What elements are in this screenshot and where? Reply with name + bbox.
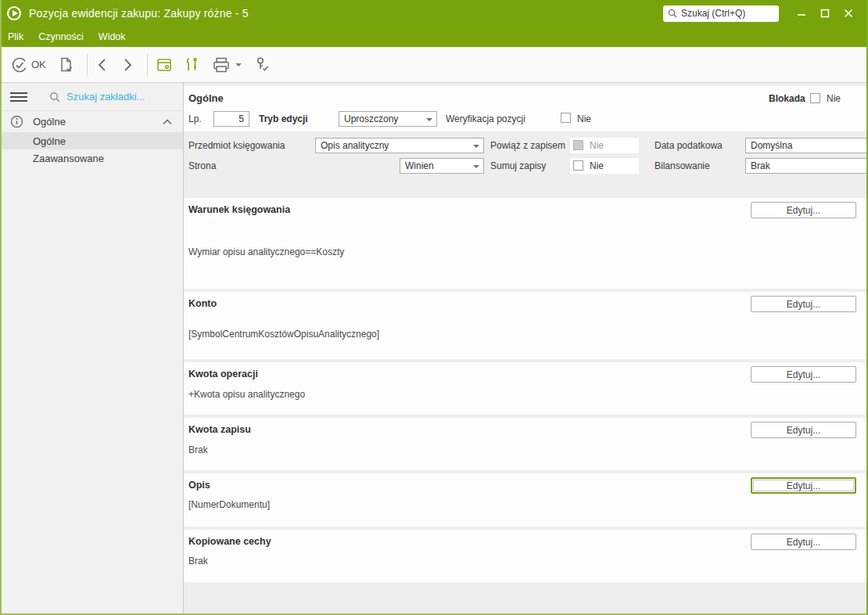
window-title: Pozycja ewidencji zakupu: Zakupy różne -… — [29, 7, 249, 20]
section-title: Opis — [188, 477, 210, 494]
weryfikacja-value: Nie — [577, 113, 591, 124]
accept-document-button[interactable] — [57, 56, 74, 74]
tryb-edycji-value: Uproszczony — [344, 113, 398, 124]
strona-label: Strona — [188, 160, 216, 171]
menu-czynnosci[interactable]: Czynności — [38, 31, 84, 42]
section-content: [SymbolCentrumKosztówOpisuAnalitycznego] — [188, 329, 379, 340]
window-controls — [790, 3, 860, 23]
weryfikacja-label: Weryfikacja pozycji — [446, 113, 525, 124]
blokada-checkbox[interactable] — [810, 93, 820, 103]
window-gear-icon — [156, 56, 173, 74]
przedmiot-label: Przedmiot księgowania — [188, 140, 285, 151]
close-button[interactable] — [837, 3, 860, 23]
tools-icon — [184, 56, 201, 74]
chevron-down-icon — [426, 118, 432, 121]
toolbar-separator — [87, 54, 88, 76]
main-content: Ogólne Blokada Nie Lp. 5 Tryb edycji Upr… — [184, 83, 866, 613]
hamburger-menu-icon[interactable] — [10, 90, 27, 104]
tab-search-placeholder: Szukaj zakładki... — [66, 91, 145, 102]
powiaz-checkbox[interactable] — [573, 140, 583, 150]
key-check-icon — [253, 56, 271, 74]
chevron-down-icon — [473, 145, 479, 148]
bilansowanie-input[interactable]: Brak — [745, 158, 866, 174]
search-icon — [49, 92, 60, 102]
weryfikacja-checkbox[interactable] — [561, 113, 571, 123]
lp-input[interactable]: 5 — [213, 111, 249, 127]
blokada-value: Nie — [827, 93, 841, 104]
edit-warunek-button[interactable]: Edytuj... — [751, 202, 856, 218]
app-window: Pozycja ewidencji zakupu: Zakupy różne -… — [0, 0, 868, 615]
powiaz-label: Powiąż z zapisem — [490, 140, 565, 151]
next-record-button[interactable] — [120, 57, 135, 73]
strona-select[interactable]: Winien — [400, 158, 484, 174]
organizer-button[interactable] — [156, 56, 173, 74]
chevron-left-icon — [95, 57, 109, 73]
chevron-right-icon — [120, 57, 135, 73]
section-title: Warunek księgowania — [188, 202, 290, 218]
data-podatkowa-label: Data podatkowa — [655, 140, 723, 151]
edit-opis-button[interactable]: Edytuj... — [751, 477, 856, 494]
previous-record-button[interactable] — [95, 57, 109, 73]
tab-search-input[interactable]: Szukaj zakładki... — [49, 91, 145, 102]
lp-label: Lp. — [188, 113, 202, 124]
section-kwota-zapisu: Kwota zapisu Edytuj... Brak — [184, 418, 866, 470]
titlebar: Pozycja ewidencji zakupu: Zakupy różne -… — [0, 0, 868, 27]
sidebar-item-zaawansowane[interactable]: Zaawansowane — [2, 149, 183, 167]
toolbar: OK — [0, 47, 868, 83]
bilansowanie-label: Bilansowanie — [655, 160, 710, 171]
edit-kopiowane-cechy-button[interactable]: Edytuj... — [751, 534, 856, 550]
form-section-title: Ogólne — [188, 92, 224, 104]
section-title: Konto — [188, 296, 217, 312]
sumuj-checkbox[interactable] — [573, 160, 583, 171]
strona-value: Winien — [405, 160, 434, 171]
print-button[interactable] — [212, 56, 242, 74]
printer-icon — [212, 56, 231, 74]
permissions-button[interactable] — [253, 56, 271, 74]
blokada-label: Blokada — [769, 93, 805, 104]
global-search-input[interactable]: Szukaj (Ctrl+Q) — [663, 5, 779, 22]
sumuj-label: Sumuj zapisy — [490, 160, 546, 171]
document-check-icon — [57, 56, 74, 74]
section-content: Brak — [188, 556, 208, 566]
sidebar-item-ogolne[interactable]: Ogólne — [2, 132, 183, 149]
section-content: +Kwota opisu analitycznego — [188, 389, 305, 400]
menu-widok[interactable]: Widok — [99, 31, 126, 42]
search-icon — [668, 9, 677, 18]
section-content: Wymiar opisu analitycznego==Koszty — [188, 246, 344, 257]
chevron-up-icon[interactable] — [163, 119, 172, 125]
minimize-button[interactable] — [790, 3, 813, 23]
section-opis: Opis Edytuj... [NumerDokumentu] — [184, 473, 866, 527]
print-dropdown-caret-icon[interactable] — [235, 63, 242, 67]
ok-button-label: OK — [31, 59, 46, 70]
edit-kwota-zapisu-button[interactable]: Edytuj... — [751, 422, 856, 438]
menubar: Plik Czynności Widok — [0, 27, 868, 47]
data-podatkowa-input[interactable]: Domyślna — [745, 138, 866, 153]
app-logo-icon — [6, 5, 22, 21]
window-body: Szukaj zakładki... Ogólne Ogólne Zaawans… — [2, 83, 866, 613]
maximize-button[interactable] — [813, 3, 837, 23]
sidebar-header: Szukaj zakładki... — [2, 83, 183, 111]
info-icon — [10, 115, 23, 128]
toolbar-separator — [147, 54, 148, 76]
edit-kwota-operacji-button[interactable]: Edytuj... — [751, 366, 856, 383]
tryb-edycji-select[interactable]: Uproszczony — [339, 111, 437, 127]
ok-button[interactable]: OK — [11, 56, 46, 74]
sumuj-checkbox-field: Nie — [570, 158, 639, 174]
przedmiot-select[interactable]: Opis analityczny — [315, 138, 484, 153]
section-title: Kwota zapisu — [188, 422, 251, 438]
sidebar-group-ogolne[interactable]: Ogólne — [2, 111, 183, 132]
menu-plik[interactable]: Plik — [8, 31, 23, 42]
powiaz-value: Nie — [590, 140, 604, 151]
section-content: Brak — [188, 444, 208, 455]
section-title: Kwota operacji — [188, 366, 258, 383]
section-title: Kopiowane cechy — [188, 534, 271, 550]
tryb-edycji-label: Tryb edycji — [259, 113, 308, 124]
przedmiot-value: Opis analityczny — [321, 140, 389, 151]
booking-rows: Przedmiot księgowania Opis analityczny P… — [184, 131, 866, 198]
edit-konto-button[interactable]: Edytuj... — [751, 296, 856, 312]
section-warunek-ksiegowania: Warunek księgowania Edytuj... Wymiar opi… — [184, 198, 866, 289]
section-konto: Konto Edytuj... [SymbolCentrumKosztówOpi… — [184, 292, 866, 359]
section-content: [NumerDokumentu] — [188, 499, 270, 510]
tools-button[interactable] — [184, 56, 201, 74]
ok-check-circle-icon — [11, 56, 28, 74]
